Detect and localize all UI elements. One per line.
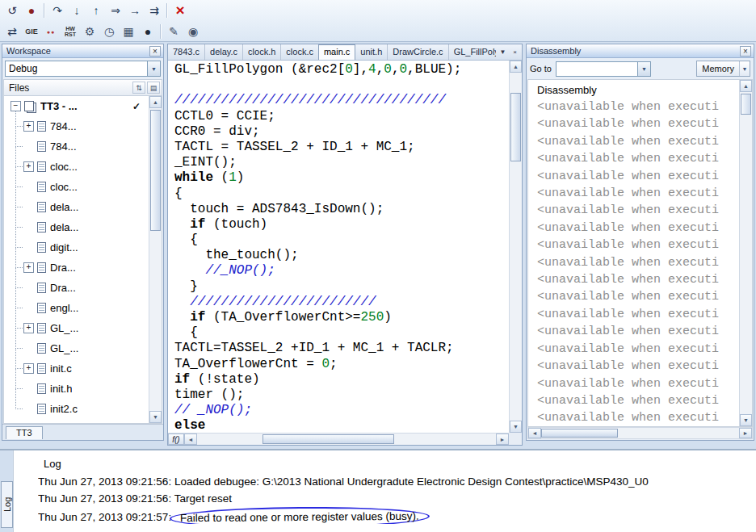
tree-item[interactable]: digit... bbox=[4, 237, 149, 258]
file-icon bbox=[37, 222, 46, 232]
stop-debugging-icon[interactable]: × bbox=[170, 2, 190, 19]
editor-tab-7843-c[interactable]: 7843.c bbox=[168, 44, 205, 60]
editor-tab-main-c[interactable]: main.c bbox=[318, 44, 355, 60]
file-icon bbox=[37, 303, 46, 313]
expand-icon[interactable]: + bbox=[23, 262, 34, 273]
scrollbar-thumb[interactable] bbox=[541, 429, 618, 438]
close-icon[interactable]: × bbox=[149, 46, 161, 57]
tree-item[interactable]: cloc... bbox=[4, 177, 149, 197]
scrollbar-track[interactable] bbox=[197, 434, 496, 445]
scrollbar-thumb[interactable] bbox=[262, 434, 394, 444]
tree-scrollbar[interactable]: ▲ ▼ bbox=[149, 96, 162, 423]
scroll-left-icon[interactable]: ◄ bbox=[528, 428, 541, 438]
tree-item[interactable]: dela... bbox=[4, 197, 149, 217]
expand-icon[interactable]: + bbox=[23, 121, 34, 132]
editor-tab-unit-h[interactable]: unit.h bbox=[355, 44, 388, 60]
editor-hscrollbar[interactable]: f() ◄ ► bbox=[168, 433, 509, 445]
probe-icon[interactable]: ✎ bbox=[164, 23, 183, 40]
scrollbar-thumb[interactable] bbox=[150, 110, 161, 231]
scrollbar-thumb[interactable] bbox=[510, 93, 521, 161]
scroll-up-icon[interactable]: ▲ bbox=[740, 80, 752, 92]
hw-rst-button[interactable]: HW RST bbox=[61, 23, 80, 40]
editor-tab-delay-c[interactable]: delay.c bbox=[205, 44, 243, 60]
tree-item-root[interactable]: −TT3 - ...✓ bbox=[4, 96, 149, 116]
chevron-down-icon[interactable]: ▼ bbox=[739, 61, 750, 76]
config-dropdown[interactable]: Debug ▼ bbox=[5, 61, 161, 77]
step-out-icon[interactable]: ↑ bbox=[86, 2, 106, 19]
code-editor[interactable]: GL_FillPolygon (&rec2[0],4,0,0,BLUE);///… bbox=[168, 61, 509, 433]
sort-icon[interactable]: ⇅ bbox=[132, 82, 145, 94]
tree-items: −TT3 - ...✓+784...784...+cloc...cloc...d… bbox=[4, 96, 149, 423]
tree-item[interactable]: Dra... bbox=[4, 278, 149, 298]
disassembly-hscrollbar[interactable]: ◄ ► bbox=[527, 427, 753, 439]
step-into-icon[interactable]: ↓ bbox=[67, 2, 86, 19]
next-statement-icon[interactable]: ⇒ bbox=[106, 2, 125, 19]
editor-tab-gl-fillpolygon-c[interactable]: GL_FillPolygon.c bbox=[449, 44, 496, 60]
record-icon[interactable]: ● bbox=[138, 23, 158, 40]
scroll-right-icon[interactable]: ► bbox=[496, 434, 509, 445]
goto-value[interactable] bbox=[556, 62, 637, 76]
expand-icon[interactable]: + bbox=[23, 363, 34, 374]
scroll-left-icon[interactable]: ◄ bbox=[184, 434, 197, 445]
scroll-up-icon[interactable]: ▲ bbox=[149, 96, 162, 108]
scrollbar-thumb[interactable] bbox=[741, 94, 751, 115]
collapse-icon[interactable]: − bbox=[10, 101, 21, 111]
columns-icon[interactable]: ▤ bbox=[147, 82, 160, 94]
editor-vscrollbar[interactable]: ▲ ▼ bbox=[509, 61, 522, 433]
tree-item[interactable]: engl... bbox=[4, 298, 149, 318]
go-icon[interactable]: ⇉ bbox=[145, 2, 164, 19]
code-token bbox=[174, 217, 190, 232]
code-line: CCR0 = div; bbox=[174, 124, 509, 140]
scroll-down-icon[interactable]: ▼ bbox=[510, 421, 522, 433]
file-tree[interactable]: −TT3 - ...✓+784...784...+cloc...cloc...d… bbox=[3, 96, 162, 424]
tree-item[interactable]: +Dra... bbox=[4, 258, 149, 278]
log-panel: Log Log Thu Jun 27, 2013 09:21:56: Loade… bbox=[0, 449, 756, 532]
tree-item[interactable]: +init.c bbox=[4, 358, 149, 379]
disassembly-row: <unavailable when executi bbox=[528, 220, 752, 237]
close-icon[interactable]: × bbox=[510, 47, 520, 57]
tree-item[interactable]: init.h bbox=[4, 379, 149, 399]
scroll-down-icon[interactable]: ▼ bbox=[149, 411, 162, 423]
editor-tab-drawcircle-c[interactable]: DrawCircle.c bbox=[388, 44, 448, 60]
tree-item[interactable]: GL_... bbox=[4, 338, 149, 358]
scroll-up-icon[interactable]: ▲ bbox=[510, 61, 522, 73]
reset-icon[interactable]: ↺ bbox=[2, 2, 22, 19]
target-icon[interactable]: ◉ bbox=[183, 23, 203, 40]
break-icon[interactable]: ● bbox=[22, 2, 41, 19]
breakpoints-icon[interactable]: ●● bbox=[41, 23, 61, 40]
goto-combobox[interactable]: ▼ bbox=[556, 61, 651, 77]
clock-icon[interactable]: ◷ bbox=[99, 23, 119, 40]
tree-item[interactable]: 784... bbox=[4, 136, 149, 157]
function-list-button[interactable]: f() bbox=[168, 434, 184, 445]
sync-icon[interactable]: ⇄ bbox=[2, 23, 22, 40]
scroll-down-icon[interactable]: ▼ bbox=[740, 414, 752, 426]
expand-icon[interactable]: + bbox=[23, 161, 34, 172]
chevron-down-icon[interactable]: ▼ bbox=[147, 61, 160, 76]
expand-icon[interactable]: + bbox=[23, 323, 34, 333]
gear-icon[interactable]: ⚙ bbox=[80, 23, 99, 40]
memory-button[interactable]: Memory ▼ bbox=[696, 61, 750, 77]
code-token: { bbox=[174, 186, 183, 201]
editor-tab-clock-c[interactable]: clock.c bbox=[281, 44, 319, 60]
tree-item[interactable]: dela... bbox=[4, 217, 149, 237]
run-to-cursor-icon[interactable]: → bbox=[125, 2, 145, 19]
disassembly-vscrollbar[interactable]: ▲ ▼ bbox=[739, 80, 752, 426]
editor-tab-clock-h[interactable]: clock.h bbox=[243, 44, 281, 60]
scroll-right-icon[interactable]: ► bbox=[739, 428, 752, 438]
grid-icon[interactable]: ▦ bbox=[119, 23, 138, 40]
scrollbar-track[interactable] bbox=[541, 428, 739, 438]
tree-item[interactable]: +cloc... bbox=[4, 157, 149, 177]
chevron-down-icon[interactable]: ▼ bbox=[637, 62, 650, 76]
log-tab[interactable]: Log bbox=[1, 481, 13, 528]
tree-item[interactable]: init2.c bbox=[4, 399, 149, 419]
close-icon[interactable]: × bbox=[740, 46, 751, 57]
workspace-tab-tt3[interactable]: TT3 bbox=[6, 426, 43, 439]
tab-list-icon[interactable]: ▼ bbox=[498, 47, 508, 57]
tree-item[interactable]: +784... bbox=[4, 116, 149, 136]
code-token: ) bbox=[237, 170, 245, 185]
gie-button[interactable]: GIE bbox=[22, 23, 41, 40]
tree-item[interactable]: +GL_... bbox=[4, 318, 149, 338]
log-line-prefix: Thu Jun 27, 2013 09:21:57: bbox=[38, 511, 174, 523]
step-over-icon[interactable]: ↷ bbox=[48, 2, 67, 19]
code-token: //_NOP(); bbox=[205, 263, 275, 278]
